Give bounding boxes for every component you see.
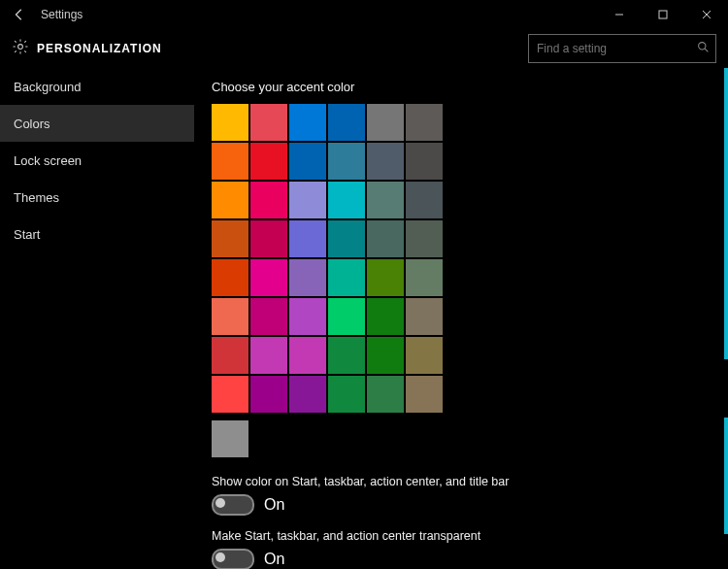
sidebar-item-label: Start <box>14 227 40 242</box>
scrollbar-accent <box>724 68 728 359</box>
window-title: Settings <box>39 8 597 21</box>
color-swatch[interactable] <box>212 376 248 413</box>
settings-window: { "titlebar": { "title": "Settings" }, "… <box>0 0 728 569</box>
color-swatch[interactable] <box>250 337 287 374</box>
color-swatch[interactable] <box>289 376 326 413</box>
toggle-show-color[interactable] <box>212 494 254 516</box>
color-swatch[interactable] <box>250 298 287 335</box>
color-swatch[interactable] <box>212 143 248 180</box>
close-button[interactable] <box>684 0 728 29</box>
color-swatch[interactable] <box>328 376 365 413</box>
color-swatch[interactable] <box>406 104 443 141</box>
setting-label: Show color on Start, taskbar, action cen… <box>212 475 709 488</box>
color-swatch[interactable] <box>250 259 287 296</box>
main-content: Choose your accent color Show color on S… <box>194 68 728 569</box>
color-swatch[interactable] <box>250 104 287 141</box>
color-swatch[interactable] <box>289 220 326 257</box>
sidebar-item-background[interactable]: Background <box>0 68 194 105</box>
choose-color-label: Choose your accent color <box>212 80 709 94</box>
search-box[interactable] <box>528 34 716 63</box>
color-swatch[interactable] <box>406 376 443 413</box>
color-swatch[interactable] <box>406 259 443 296</box>
gear-icon <box>12 38 29 59</box>
color-swatch[interactable] <box>367 259 404 296</box>
window-controls <box>597 0 728 29</box>
color-swatch[interactable] <box>406 337 443 374</box>
color-swatch[interactable] <box>367 298 404 335</box>
toggle-state: On <box>264 551 284 568</box>
color-swatch[interactable] <box>250 376 287 413</box>
color-swatch[interactable] <box>289 337 326 374</box>
color-swatch[interactable] <box>367 376 404 413</box>
setting-transparency: Make Start, taskbar, and action center t… <box>212 529 709 569</box>
svg-rect-1 <box>659 11 667 18</box>
color-swatch[interactable] <box>250 220 287 257</box>
color-swatch[interactable] <box>328 104 365 141</box>
maximize-button[interactable] <box>641 0 684 29</box>
color-swatch[interactable] <box>406 182 443 218</box>
color-swatch[interactable] <box>406 143 443 180</box>
sidebar-item-themes[interactable]: Themes <box>0 179 194 216</box>
back-button[interactable] <box>0 0 39 29</box>
color-swatch[interactable] <box>328 259 365 296</box>
header-category: PERSONALIZATION <box>37 42 162 55</box>
sidebar-item-lock-screen[interactable]: Lock screen <box>0 142 194 179</box>
color-swatch[interactable] <box>406 298 443 335</box>
minimize-button[interactable] <box>597 0 641 29</box>
color-swatch[interactable] <box>212 298 248 335</box>
color-swatch[interactable] <box>212 104 248 141</box>
sidebar-item-colors[interactable]: Colors <box>0 105 194 142</box>
color-swatch[interactable] <box>250 182 287 218</box>
sidebar-item-start[interactable]: Start <box>0 216 194 252</box>
body: Background Colors Lock screen Themes Sta… <box>0 68 728 569</box>
color-swatch[interactable] <box>212 220 248 257</box>
svg-point-4 <box>18 45 23 50</box>
color-swatch[interactable] <box>328 143 365 180</box>
color-swatch[interactable] <box>212 420 248 457</box>
extra-color-row <box>212 420 709 457</box>
color-swatch[interactable] <box>212 182 248 218</box>
color-swatch[interactable] <box>289 298 326 335</box>
color-swatch[interactable] <box>289 182 326 218</box>
toggle-state: On <box>264 496 284 514</box>
sidebar-item-label: Themes <box>14 190 59 205</box>
color-swatch[interactable] <box>328 182 365 218</box>
color-swatch[interactable] <box>367 143 404 180</box>
sidebar: Background Colors Lock screen Themes Sta… <box>0 68 194 569</box>
color-swatch[interactable] <box>406 220 443 257</box>
setting-show-color: Show color on Start, taskbar, action cen… <box>212 475 709 516</box>
color-swatch[interactable] <box>367 220 404 257</box>
color-swatch[interactable] <box>289 259 326 296</box>
color-swatch[interactable] <box>289 104 326 141</box>
color-swatch[interactable] <box>328 220 365 257</box>
search-input[interactable] <box>535 41 697 56</box>
color-swatch[interactable] <box>367 182 404 218</box>
svg-line-6 <box>705 49 708 51</box>
search-icon <box>697 40 710 57</box>
color-swatch[interactable] <box>367 337 404 374</box>
scrollbar-accent <box>724 418 728 534</box>
svg-point-5 <box>699 43 706 50</box>
setting-label: Make Start, taskbar, and action center t… <box>212 529 709 543</box>
sidebar-item-label: Lock screen <box>14 153 82 168</box>
color-swatch[interactable] <box>250 143 287 180</box>
color-swatch[interactable] <box>328 298 365 335</box>
color-swatch[interactable] <box>367 104 404 141</box>
sidebar-item-label: Colors <box>14 117 50 131</box>
color-swatch[interactable] <box>212 259 248 296</box>
sidebar-item-label: Background <box>14 80 81 94</box>
color-swatch-grid <box>212 104 709 413</box>
toggle-transparency[interactable] <box>212 549 254 569</box>
color-swatch[interactable] <box>289 143 326 180</box>
titlebar: Settings <box>0 0 728 29</box>
color-swatch[interactable] <box>328 337 365 374</box>
color-swatch[interactable] <box>212 337 248 374</box>
page-header: PERSONALIZATION <box>0 29 728 68</box>
